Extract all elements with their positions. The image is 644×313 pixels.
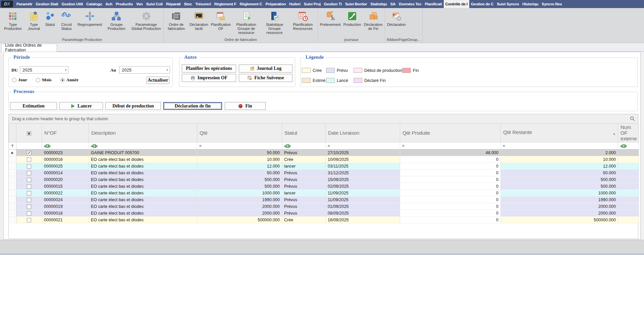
d-claration-de-fin-button[interactable]: Déclaration de fin bbox=[163, 102, 222, 110]
ribbon-button-circuit-status[interactable]: Circuit Status bbox=[57, 10, 76, 31]
au-year-combobox[interactable]: 2025 ▾ bbox=[119, 66, 170, 74]
ribbon-button-production[interactable]: Production bbox=[342, 10, 363, 27]
menu-item-r-parati[interactable]: Réparati bbox=[164, 0, 182, 8]
filter-funnel-icon[interactable] bbox=[10, 144, 14, 148]
table-row[interactable]: 00000021EO carte élect bas et diodes5000… bbox=[9, 217, 639, 223]
row-checkbox-cell[interactable] bbox=[16, 176, 42, 183]
ribbon-button-groupe-production[interactable]: Groupe Production bbox=[103, 10, 130, 31]
column-header-description[interactable]: Description bbox=[89, 124, 197, 142]
ribbon-button-planification-groupe[interactable]: Planification Groupe de ressource bbox=[232, 10, 260, 35]
table-row[interactable]: 00000016EO carte élect bas et diodes10.0… bbox=[9, 156, 639, 163]
menu-item-planificati[interactable]: Planificati bbox=[423, 0, 444, 8]
table-row[interactable]: 00000015EO carte élect bas et diodes500.… bbox=[9, 183, 639, 190]
filter-cell-num-of-externe[interactable]: aBc bbox=[618, 142, 639, 149]
row-checkbox[interactable] bbox=[27, 171, 31, 175]
radio-icon[interactable] bbox=[12, 78, 16, 82]
ribbon-button-ordre-fabrication[interactable]: Ordre de fabrication bbox=[164, 10, 188, 31]
ribbon-button-parametrage-global[interactable]: Parametrage Global Production bbox=[130, 10, 163, 31]
row-checkbox-cell[interactable] bbox=[16, 210, 42, 217]
radio-icon[interactable] bbox=[60, 78, 65, 82]
radio-icon[interactable] bbox=[36, 78, 40, 82]
filter-cell-qt-[interactable]: = bbox=[197, 142, 282, 149]
table-row[interactable]: 00000025EO carte élect bas et diodes12.0… bbox=[9, 163, 639, 170]
actualiser-button[interactable]: Actualiser bbox=[147, 77, 169, 84]
table-row[interactable]: 00000024EO carte élect bas et diodes1990… bbox=[9, 196, 639, 203]
column-header-qt-restante[interactable]: ▲Qté Restante bbox=[501, 124, 618, 142]
table-row[interactable]: 00000022EO carte élect bas et diodes1000… bbox=[9, 190, 639, 196]
menu-item-historiqu[interactable]: Historiqu bbox=[521, 0, 540, 8]
ribbon-button-prelevement[interactable]: Prelevement bbox=[319, 10, 342, 27]
menu-item-stoc[interactable]: Stoc bbox=[182, 0, 194, 8]
filter-cell-qt-restante[interactable]: = bbox=[501, 142, 618, 149]
table-row[interactable]: 00000018EO carte élect bas et diodes2000… bbox=[9, 210, 639, 217]
menu-item-tr-soreri[interactable]: Trésoreri bbox=[194, 0, 213, 8]
filter-funnel-cell[interactable] bbox=[9, 142, 16, 149]
ribbon-button-statistique-groupe[interactable]: Statistique Groupe ressource bbox=[260, 10, 288, 35]
ribbon-button-planification-of[interactable]: Planification OF bbox=[210, 10, 232, 31]
column-header-statut[interactable]: Statut bbox=[282, 124, 326, 142]
row-checkbox-cell[interactable] bbox=[16, 156, 42, 163]
row-checkbox-cell[interactable] bbox=[16, 203, 42, 210]
grid-group-panel[interactable]: Drag a column header here to group by th… bbox=[9, 114, 638, 124]
fin-button[interactable]: Fin bbox=[225, 102, 266, 110]
ribbon-button-type-production[interactable]: Type Production bbox=[1, 10, 24, 31]
ribbon-button-declaration-tactil[interactable]: Déclaration tactil bbox=[188, 10, 210, 31]
ribbon-button-declaration-fin[interactable]: Déclaration de Fin bbox=[362, 10, 384, 31]
menu-item-suivi-proj[interactable]: Suivi Proj bbox=[302, 0, 322, 8]
row-checkbox-cell[interactable] bbox=[16, 183, 42, 190]
menu-item-catalogu[interactable]: Catalogu bbox=[85, 0, 104, 8]
menu-item-suivi-bordor[interactable]: Suivi Bordor bbox=[343, 0, 369, 8]
select-all-checkbox-cell[interactable] bbox=[16, 124, 42, 142]
radio-mois[interactable]: Mois bbox=[36, 77, 52, 83]
menu-item-suivi-coli[interactable]: Suivi Coli bbox=[144, 0, 164, 8]
menu-item-pr-paration[interactable]: Préparation bbox=[264, 0, 288, 8]
row-checkbox-cell[interactable] bbox=[16, 163, 42, 170]
filter-cell-qt-produite[interactable]: = bbox=[400, 142, 501, 149]
menu-item-gestion-stati[interactable]: Gestion Stati bbox=[34, 0, 60, 8]
column-header-qt-produite[interactable]: Qté Produite bbox=[400, 124, 501, 142]
d-but-de-production-button[interactable]: Début de production bbox=[105, 102, 161, 110]
row-checkbox[interactable] bbox=[27, 164, 31, 169]
menu-item-suivi-syncro[interactable]: Suivi Syncro bbox=[495, 0, 521, 8]
estimation-button[interactable]: Estimation bbox=[10, 102, 57, 110]
menu-item-productio[interactable]: Productio bbox=[114, 0, 135, 8]
menu-item-ven[interactable]: Ven bbox=[135, 0, 145, 8]
filter-cell-n-of[interactable]: aBc bbox=[42, 142, 89, 149]
radio-jour[interactable]: Jour bbox=[12, 77, 27, 83]
row-checkbox[interactable] bbox=[27, 178, 31, 182]
menu-item-gestion-ti[interactable]: Gestion Ti bbox=[322, 0, 343, 8]
column-header-num-of-externe[interactable]: Num OF externe bbox=[618, 124, 639, 142]
row-checkbox-cell[interactable] bbox=[16, 190, 42, 196]
row-checkbox[interactable] bbox=[27, 218, 31, 222]
row-checkbox-cell[interactable] bbox=[16, 170, 42, 176]
table-row[interactable]: ▶00000023GAINE PRODUIT 00570050.000Prévu… bbox=[9, 149, 639, 156]
row-checkbox[interactable] bbox=[27, 151, 31, 155]
table-row[interactable]: 00000019EO carte élect bas et diodes2000… bbox=[9, 203, 639, 210]
chevron-down-icon[interactable]: ▾ bbox=[65, 69, 66, 72]
row-checkbox[interactable] bbox=[27, 198, 31, 202]
tab-liste-des-ordres-de-fabrication[interactable]: Liste des Ordres de Fabrication bbox=[1, 44, 57, 52]
menu-item-huileri[interactable]: Huileri bbox=[287, 0, 302, 8]
search-icon[interactable] bbox=[630, 116, 635, 122]
column-header-qt-[interactable]: Qté bbox=[197, 124, 282, 142]
row-checkbox[interactable] bbox=[27, 211, 31, 216]
menu-item-statistiqu[interactable]: Statistiqu bbox=[369, 0, 388, 8]
ribbon-button-declaration[interactable]: Déclaration bbox=[386, 10, 407, 27]
row-checkbox[interactable] bbox=[27, 205, 31, 209]
column-header-date-livraison[interactable]: Date Livraison bbox=[326, 124, 400, 142]
impression-of-button[interactable]: Impression OF bbox=[182, 74, 236, 82]
row-checkbox-cell[interactable] bbox=[16, 149, 42, 156]
filter-cell-date-livraison[interactable]: = bbox=[326, 142, 400, 149]
chevron-down-icon[interactable]: ▾ bbox=[167, 69, 168, 72]
row-checkbox[interactable] bbox=[27, 158, 31, 162]
row-checkbox[interactable] bbox=[27, 191, 31, 195]
table-row[interactable]: 00000020EO carte élect bas et diodes500.… bbox=[9, 176, 639, 183]
menu-item-gestion-de-c[interactable]: Gestion de C bbox=[469, 0, 495, 8]
table-row[interactable]: 00000014EO carte élect bas et diodes50.0… bbox=[9, 170, 639, 176]
ribbon-button-type-journal[interactable]: Type Journal bbox=[24, 10, 43, 31]
filter-cell-statut[interactable]: aBc bbox=[282, 142, 326, 149]
planifier-les-op-rations-button[interactable]: Planifier les opérations bbox=[182, 64, 236, 73]
column-header-n-of[interactable]: N°OF bbox=[42, 124, 89, 142]
menu-item-contr-le-de-l[interactable]: Contrôle de l bbox=[444, 0, 469, 8]
menu-item-gestion-utili[interactable]: Gestion Utili bbox=[60, 0, 85, 8]
